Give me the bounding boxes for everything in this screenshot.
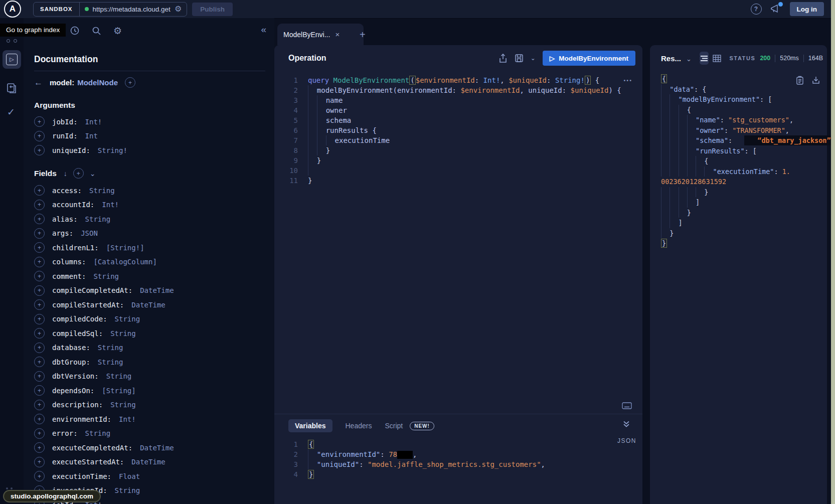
- field-row[interactable]: +error:String: [34, 429, 264, 438]
- add-to-operation-icon[interactable]: +: [34, 371, 45, 382]
- field-row[interactable]: +args:JSON: [34, 229, 264, 238]
- apollo-logo-icon[interactable]: A: [4, 1, 21, 18]
- field-type[interactable]: DateTime: [131, 301, 165, 309]
- field-type[interactable]: Int: [85, 132, 98, 140]
- collapse-sidebar-icon[interactable]: «: [261, 24, 266, 35]
- announcements-megaphone-icon[interactable]: [770, 4, 782, 15]
- field-row[interactable]: +comment:String: [34, 271, 264, 281]
- field-type[interactable]: JSON: [81, 229, 98, 237]
- field-name[interactable]: accountId:: [52, 201, 94, 209]
- save-menu-chevron-icon[interactable]: ⌄: [531, 55, 536, 62]
- nav-schema-docs[interactable]: [6, 82, 18, 94]
- field-type[interactable]: Int!: [102, 201, 119, 209]
- field-type[interactable]: DateTime: [140, 286, 174, 294]
- field-name[interactable]: columns:: [52, 258, 86, 266]
- add-to-operation-icon[interactable]: +: [34, 131, 45, 141]
- history-icon[interactable]: [70, 26, 80, 36]
- field-name[interactable]: access:: [52, 187, 82, 195]
- field-name[interactable]: dbtVersion:: [52, 372, 99, 380]
- field-name[interactable]: executeStartedAt:: [52, 458, 124, 466]
- field-name[interactable]: executionTime:: [52, 472, 111, 480]
- field-row[interactable]: +accountId:Int!: [34, 200, 264, 210]
- response-menu-chevron-icon[interactable]: ⌄: [686, 55, 692, 63]
- field-name[interactable]: compiledSql:: [52, 329, 103, 338]
- response-title[interactable]: Res...: [661, 54, 681, 63]
- field-name[interactable]: compileStartedAt:: [52, 301, 124, 309]
- field-row[interactable]: +runId:Int: [34, 131, 264, 141]
- add-to-operation-icon[interactable]: +: [34, 116, 45, 127]
- operation-code[interactable]: 1query ModelByEnvironment($environmentId…: [274, 71, 642, 186]
- field-row[interactable]: +executionTime:Float: [34, 471, 264, 481]
- field-type[interactable]: String: [85, 429, 111, 437]
- field-row[interactable]: +compiledSql:String: [34, 328, 264, 338]
- add-to-operation-icon[interactable]: +: [34, 285, 45, 296]
- add-to-operation-icon[interactable]: +: [34, 185, 45, 196]
- field-type[interactable]: String: [106, 372, 132, 380]
- doc-settings-gear-icon[interactable]: ⚙: [113, 26, 122, 36]
- field-type[interactable]: String: [93, 272, 119, 280]
- field-row[interactable]: +jobId:Int!: [34, 117, 264, 126]
- add-to-operation-icon[interactable]: +: [34, 200, 45, 210]
- collapse-variables-icon[interactable]: [622, 420, 630, 428]
- add-to-operation-icon[interactable]: +: [34, 385, 45, 396]
- field-name[interactable]: error:: [52, 429, 78, 437]
- response-body[interactable]: {"data": {"modelByEnvironment": [{"name"…: [650, 71, 827, 249]
- variables-code[interactable]: 1{2"environmentId": 78,3"uniqueId": "mod…: [274, 434, 642, 479]
- field-type[interactable]: String: [89, 187, 115, 195]
- field-name[interactable]: dbtGroup:: [52, 358, 90, 366]
- add-to-operation-icon[interactable]: +: [34, 299, 45, 310]
- field-row[interactable]: +columns:[CatalogColumn]: [34, 257, 264, 267]
- tab-modelbyenvironment[interactable]: ModelByEnvi... ×: [277, 24, 364, 45]
- field-type[interactable]: Int!: [119, 415, 136, 423]
- endpoint-url-box[interactable]: https://metadata.cloud.get ⚙: [80, 5, 187, 13]
- new-tab-button[interactable]: +: [360, 29, 366, 41]
- add-field-icon[interactable]: +: [125, 77, 135, 88]
- field-type[interactable]: String: [85, 215, 111, 223]
- help-icon[interactable]: ?: [751, 4, 762, 15]
- field-name[interactable]: compileCompletedAt:: [52, 286, 132, 294]
- add-to-operation-icon[interactable]: +: [34, 442, 45, 453]
- documentation-panel[interactable]: ⚙ « Documentation ← model: ModelNode + A…: [24, 18, 274, 504]
- endpoint-url-input[interactable]: https://metadata.cloud.get: [93, 6, 171, 13]
- field-name[interactable]: database:: [52, 344, 90, 352]
- operation-editor[interactable]: ••• 1query ModelByEnvironment($environme…: [274, 71, 642, 414]
- login-button[interactable]: Log in: [790, 2, 824, 16]
- add-to-operation-icon[interactable]: +: [34, 228, 45, 239]
- field-row[interactable]: +compiledCode:String: [34, 314, 264, 324]
- field-type[interactable]: String: [110, 329, 136, 338]
- field-name[interactable]: compiledCode:: [52, 315, 107, 323]
- field-row[interactable]: +environmentId:Int!: [34, 414, 264, 424]
- add-to-operation-icon[interactable]: +: [34, 314, 45, 324]
- field-type[interactable]: [String!]: [106, 244, 144, 252]
- add-to-operation-icon[interactable]: +: [34, 457, 45, 467]
- add-to-operation-icon[interactable]: +: [34, 257, 45, 267]
- field-type[interactable]: Int!: [85, 118, 102, 126]
- field-row[interactable]: +compileStartedAt:DateTime: [34, 300, 264, 309]
- field-row[interactable]: +executeCompletedAt:DateTime: [34, 443, 264, 452]
- copy-response-icon[interactable]: [796, 76, 804, 85]
- tab-script[interactable]: Script: [385, 422, 403, 430]
- field-type[interactable]: DateTime: [131, 458, 165, 466]
- sort-fields-icon[interactable]: ↓: [64, 170, 67, 178]
- field-row[interactable]: +compileCompletedAt:DateTime: [34, 286, 264, 295]
- add-to-operation-icon[interactable]: +: [34, 343, 45, 353]
- share-icon[interactable]: [498, 54, 508, 63]
- back-arrow-icon[interactable]: ←: [34, 78, 43, 88]
- add-to-operation-icon[interactable]: +: [34, 400, 45, 410]
- field-name[interactable]: dependsOn:: [52, 387, 94, 395]
- field-type[interactable]: DateTime: [140, 444, 174, 452]
- tree-view-toggle[interactable]: [700, 52, 709, 65]
- field-type[interactable]: Float: [119, 472, 140, 480]
- add-all-fields-icon[interactable]: +: [73, 168, 84, 179]
- tab-variables[interactable]: Variables: [288, 419, 332, 432]
- field-name[interactable]: executeCompletedAt:: [52, 444, 132, 452]
- nav-checks[interactable]: ✓: [7, 106, 15, 118]
- add-to-operation-icon[interactable]: +: [34, 242, 45, 253]
- field-type[interactable]: String: [110, 401, 136, 409]
- add-to-operation-icon[interactable]: +: [34, 428, 45, 439]
- field-type[interactable]: String: [98, 358, 123, 366]
- field-row[interactable]: +uniqueId:String!: [34, 145, 264, 155]
- field-row[interactable]: +alias:String: [34, 214, 264, 224]
- add-to-operation-icon[interactable]: +: [34, 214, 45, 224]
- graph-index-icon[interactable]: [7, 39, 17, 43]
